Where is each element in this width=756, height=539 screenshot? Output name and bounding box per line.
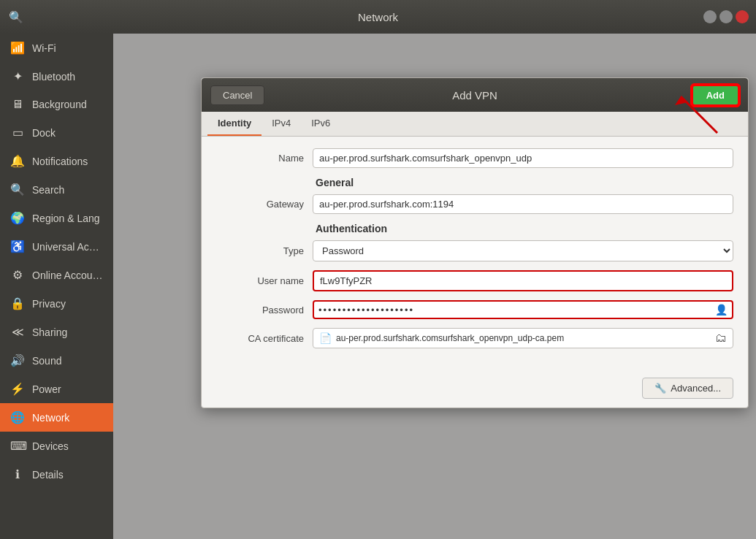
name-input[interactable] — [313, 148, 733, 168]
region-icon: 🌍 — [10, 211, 25, 225]
sidebar-item-details[interactable]: ℹ Details — [0, 460, 113, 489]
username-field-wrapper — [313, 270, 733, 291]
sidebar-item-wifi[interactable]: 📶 Wi-Fi — [0, 34, 113, 62]
title-bar: 🔍 Network — [0, 0, 756, 34]
bluetooth-icon: ✦ — [10, 69, 25, 83]
name-label: Name — [216, 153, 304, 164]
sidebar-item-network[interactable]: 🌐 Network — [0, 403, 113, 432]
dock-icon: ▭ — [10, 126, 25, 139]
sidebar-item-label: Devices — [32, 440, 69, 452]
sidebar-item-bluetooth[interactable]: ✦ Bluetooth — [0, 62, 113, 91]
sidebar-item-label: Search — [32, 184, 64, 196]
sharing-icon: ≪ — [10, 325, 25, 339]
sidebar-item-label: Privacy — [32, 298, 66, 310]
password-label: Password — [216, 305, 304, 316]
dialog-title: Add VPN — [452, 89, 497, 102]
cancel-button[interactable]: Cancel — [210, 85, 264, 105]
window-title: Network — [358, 11, 398, 23]
online-icon: ⚙ — [10, 268, 25, 282]
sidebar-item-sound[interactable]: 🔊 Sound — [0, 346, 113, 375]
sidebar-item-privacy[interactable]: 🔒 Privacy — [0, 289, 113, 318]
username-input[interactable] — [314, 272, 732, 290]
password-dots: •••••••••••••••••••• — [318, 305, 715, 316]
sidebar-item-label: Details — [32, 469, 64, 481]
type-label: Type — [216, 245, 304, 256]
sidebar-item-label: Sharing — [32, 326, 67, 338]
auth-section-title: Authentication — [316, 223, 733, 234]
search-icon: 🔍 — [10, 183, 25, 196]
sidebar-item-power[interactable]: ⚡ Power — [0, 375, 113, 403]
sidebar-item-label: Sound — [32, 355, 61, 367]
power-icon: ⚡ — [10, 382, 25, 396]
minimize-button[interactable] — [703, 10, 717, 23]
universal-icon: ♿ — [10, 240, 25, 253]
wifi-icon: 📶 — [10, 41, 25, 55]
type-row: Type Password — [216, 240, 733, 261]
sidebar-item-universal[interactable]: ♿ Universal Ac… — [0, 232, 113, 261]
ca-cert-label: CA certificate — [216, 333, 304, 344]
add-vpn-dialog: Cancel Add VPN Add IdentityIPv4IPv6 — [201, 77, 749, 408]
sidebar-item-dock[interactable]: ▭ Dock — [0, 118, 113, 147]
browse-ca-cert-button[interactable]: 🗂 — [715, 332, 727, 345]
username-row: User name — [216, 270, 733, 291]
dialog-footer: 🔧 Advanced... — [202, 369, 748, 408]
gateway-input[interactable] — [313, 194, 733, 214]
sidebar-item-label: Region & Lang — [32, 213, 100, 224]
sidebar-item-label: Power — [32, 383, 61, 395]
sidebar-item-label: Background — [32, 99, 87, 110]
advanced-label: Advanced... — [671, 383, 721, 394]
background-icon: 🖥 — [10, 98, 25, 111]
notifications-icon: 🔔 — [10, 154, 25, 168]
ca-cert-row: CA certificate 📄 au-per.prod.surfshark.c… — [216, 328, 733, 348]
network-icon: 🌐 — [10, 410, 25, 424]
password-row: Password •••••••••••••••••••• 👤 — [216, 300, 733, 319]
dialog-tabs: IdentityIPv4IPv6 — [202, 112, 748, 137]
tab-ipv4[interactable]: IPv4 — [261, 112, 301, 136]
username-label: User name — [216, 275, 304, 286]
svg-marker-1 — [675, 96, 688, 105]
password-visibility-icon[interactable]: 👤 — [715, 304, 728, 316]
sidebar-item-label: Bluetooth — [32, 71, 75, 83]
details-icon: ℹ — [10, 467, 25, 481]
privacy-icon: 🔒 — [10, 297, 25, 310]
sidebar-item-search[interactable]: 🔍 Search — [0, 175, 113, 204]
file-icon: 📄 — [319, 332, 332, 344]
tab-ipv6[interactable]: IPv6 — [301, 112, 340, 136]
general-section-title: General — [316, 177, 733, 188]
sidebar-item-devices[interactable]: ⌨ Devices — [0, 432, 113, 460]
type-select[interactable]: Password — [313, 240, 733, 261]
name-row: Name — [216, 148, 733, 168]
ca-cert-value: au-per.prod.surfshark.comsurfshark_openv… — [336, 333, 711, 343]
gateway-label: Gateway — [216, 199, 304, 210]
sidebar-item-background[interactable]: 🖥 Background — [0, 91, 113, 118]
main-layout: 📶 Wi-Fi ✦ Bluetooth 🖥 Background ▭ Dock … — [0, 34, 756, 539]
gateway-row: Gateway — [216, 194, 733, 214]
sidebar-item-label: Dock — [32, 127, 56, 139]
add-button[interactable]: Add — [692, 85, 739, 106]
sidebar-item-online[interactable]: ⚙ Online Accou… — [0, 261, 113, 289]
sidebar: 📶 Wi-Fi ✦ Bluetooth 🖥 Background ▭ Dock … — [0, 34, 113, 539]
content-area: Cancel Add VPN Add IdentityIPv4IPv6 — [113, 34, 756, 539]
maximize-button[interactable] — [719, 10, 733, 23]
sidebar-item-sharing[interactable]: ≪ Sharing — [0, 318, 113, 346]
search-icon: 🔍 — [9, 10, 23, 24]
advanced-button[interactable]: 🔧 Advanced... — [642, 378, 733, 399]
tab-identity[interactable]: Identity — [207, 112, 261, 136]
sidebar-item-label: Wi-Fi — [32, 42, 56, 54]
sidebar-item-region[interactable]: 🌍 Region & Lang — [0, 204, 113, 232]
close-button[interactable] — [736, 10, 749, 23]
dialog-body: Name General Gateway Authentication Type… — [202, 137, 748, 369]
sidebar-item-label: Universal Ac… — [32, 241, 99, 253]
sidebar-item-notifications[interactable]: 🔔 Notifications — [0, 147, 113, 175]
sidebar-item-label: Network — [32, 412, 69, 424]
window-controls — [703, 10, 749, 23]
sidebar-item-label: Online Accou… — [32, 270, 103, 281]
dialog-titlebar: Cancel Add VPN Add — [202, 78, 748, 112]
ca-cert-wrapper: 📄 au-per.prod.surfshark.comsurfshark_ope… — [313, 328, 733, 348]
password-field-wrapper: •••••••••••••••••••• 👤 — [313, 300, 733, 319]
sidebar-item-label: Notifications — [32, 156, 88, 167]
sound-icon: 🔊 — [10, 353, 25, 367]
wrench-icon: 🔧 — [654, 383, 666, 394]
dialog-titlebar-inner: Cancel Add VPN Add — [210, 85, 739, 106]
devices-icon: ⌨ — [10, 439, 25, 453]
